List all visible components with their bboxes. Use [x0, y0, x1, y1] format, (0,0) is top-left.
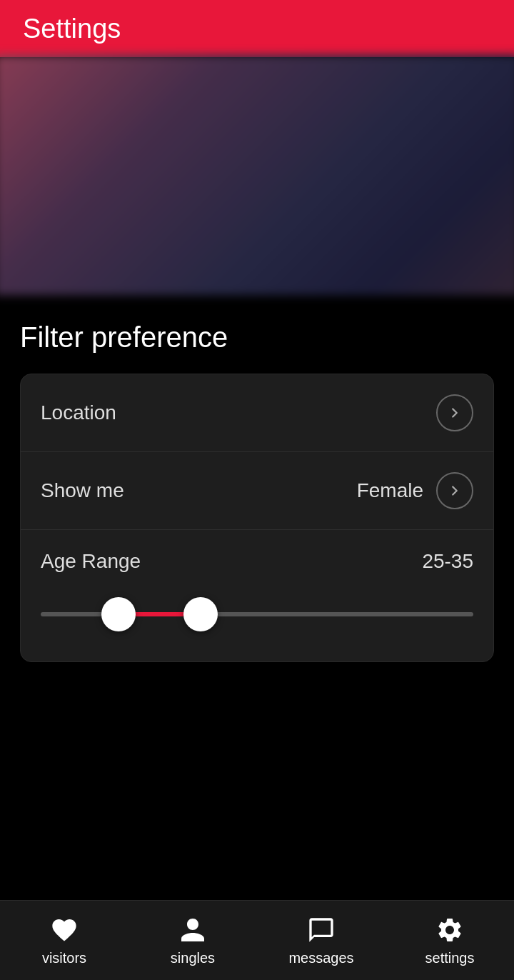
filter-preference-title: Filter preference: [20, 321, 494, 354]
slider-thumb-max[interactable]: [183, 597, 218, 631]
content-area: Filter preference Location Show me Femal…: [0, 293, 514, 662]
age-range-value: 25-35: [422, 550, 473, 573]
heart-icon: [49, 914, 80, 946]
nav-label-messages: messages: [288, 950, 353, 966]
person-icon: [177, 914, 208, 946]
nav-label-settings: settings: [425, 950, 475, 966]
slider-thumb-min[interactable]: [101, 597, 136, 631]
hero-image: [0, 55, 514, 296]
nav-item-messages[interactable]: messages: [257, 914, 386, 966]
gear-icon: [434, 914, 465, 946]
nav-item-visitors[interactable]: visitors: [0, 914, 128, 966]
chat-icon: [306, 914, 337, 946]
nav-label-visitors: visitors: [42, 950, 86, 966]
bottom-navigation: visitors singles messages settings: [0, 900, 514, 980]
location-chevron-button[interactable]: [436, 394, 473, 431]
nav-item-singles[interactable]: singles: [128, 914, 257, 966]
show-me-row[interactable]: Show me Female: [21, 452, 493, 530]
location-label: Location: [41, 401, 436, 424]
age-range-label: Age Range: [41, 550, 141, 573]
page-title: Settings: [23, 14, 121, 44]
show-me-value: Female: [357, 479, 423, 502]
show-me-chevron-button[interactable]: [436, 472, 473, 509]
location-row[interactable]: Location: [21, 374, 493, 452]
nav-item-settings[interactable]: settings: [386, 914, 514, 966]
filter-card: Location Show me Female Age Range 25-35: [20, 374, 494, 662]
age-range-slider[interactable]: [41, 593, 473, 636]
show-me-label: Show me: [41, 479, 357, 502]
app-header: Settings: [0, 0, 514, 57]
age-range-row: Age Range 25-35: [21, 530, 493, 661]
age-range-header: Age Range 25-35: [41, 550, 473, 573]
nav-label-singles: singles: [171, 950, 215, 966]
